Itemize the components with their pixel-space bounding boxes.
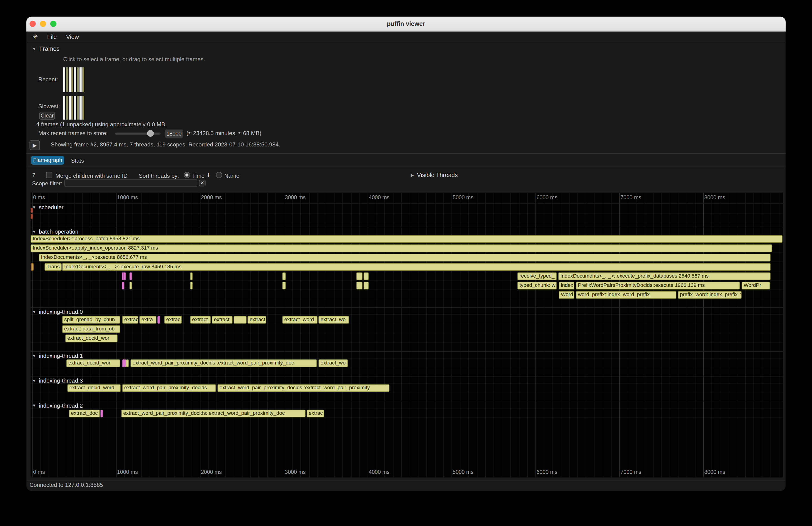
- help-button[interactable]: ?: [32, 172, 35, 178]
- ruler-tick-label: 2000 ms: [201, 194, 222, 201]
- scope-bar[interactable]: [364, 272, 369, 280]
- scope-bar[interactable]: [31, 214, 33, 219]
- scope-bar[interactable]: extract_word_pair_proximity_docids::extr…: [121, 410, 306, 418]
- thread-header-scheduler[interactable]: ▼scheduler: [32, 204, 63, 210]
- sort-time-label[interactable]: Time: [192, 172, 205, 179]
- scope-bar[interactable]: extract_word_pair_proximity_docids::extr…: [130, 360, 317, 367]
- thread-name: indexing-thread:0: [39, 309, 83, 315]
- clear-filter-button[interactable]: ✕: [199, 179, 205, 186]
- scope-bar[interactable]: PrefixWordPairsProximityDocids::execute …: [576, 282, 740, 290]
- tab-stats[interactable]: Stats: [71, 157, 84, 164]
- thread-header-indexing-thread:2[interactable]: ▼indexing-thread:2: [32, 402, 83, 409]
- scope-bar[interactable]: extract_wo: [318, 316, 349, 324]
- slowest-frames-label: Slowest:: [38, 103, 60, 109]
- max-frames-slider-knob[interactable]: [147, 130, 154, 137]
- scope-bar[interactable]: [31, 208, 33, 213]
- scope-bar[interactable]: index: [559, 282, 574, 290]
- scope-bar[interactable]: receive_typed_: [517, 272, 556, 280]
- thread-header-indexing-thread:3[interactable]: ▼indexing-thread:3: [32, 378, 83, 384]
- scope-bar[interactable]: Trans: [44, 263, 62, 271]
- traffic-lights: [29, 20, 56, 27]
- scope-bar[interactable]: extract_doc: [69, 410, 100, 418]
- scope-bar[interactable]: WordPr: [742, 282, 770, 290]
- scope-bar[interactable]: [364, 282, 369, 290]
- play-button[interactable]: ▶: [29, 141, 40, 150]
- scope-bar[interactable]: [356, 282, 362, 290]
- app-window: puffin viewer ✳ File View ▼ Frames Click…: [26, 17, 786, 491]
- row-line: [31, 289, 783, 290]
- scope-bar[interactable]: extrac: [164, 316, 182, 324]
- scope-bar[interactable]: extract_word: [282, 316, 318, 324]
- scope-bar[interactable]: extract_docid_wor: [66, 360, 120, 367]
- ruler-tick-label: 8000 ms: [704, 469, 725, 475]
- scope-bar[interactable]: split_grenad_by_chun: [62, 316, 120, 324]
- scope-bar[interactable]: IndexDocuments<_, _>::execute_prefix_dat…: [558, 272, 770, 280]
- scope-bar[interactable]: IndexScheduler>::apply_index_operation 8…: [31, 245, 772, 252]
- scope-bar[interactable]: Word: [559, 291, 574, 299]
- scope-bar[interactable]: [282, 272, 286, 280]
- scope-bar[interactable]: [234, 316, 247, 324]
- thread-header-indexing-thread:0[interactable]: ▼indexing-thread:0: [32, 309, 83, 315]
- close-window-button[interactable]: [29, 20, 36, 27]
- merge-children-checkbox[interactable]: [46, 172, 53, 178]
- scope-bar[interactable]: extract_word_pair_proximity_docids: [122, 384, 216, 392]
- scope-bar[interactable]: extract_docid_word: [68, 384, 121, 392]
- scope-bar[interactable]: extract_: [212, 316, 232, 324]
- sort-direction-icon[interactable]: ⬇: [206, 172, 211, 179]
- scope-bar[interactable]: [126, 360, 129, 367]
- thread-header-indexing-thread:1[interactable]: ▼indexing-thread:1: [32, 353, 83, 359]
- scope-bar[interactable]: [157, 316, 160, 324]
- scope-bar[interactable]: prefix_word::index_prefix_wo: [678, 291, 742, 299]
- scope-bar[interactable]: extra: [139, 316, 156, 324]
- zoom-window-button[interactable]: [50, 20, 57, 27]
- scope-bar[interactable]: extract_: [122, 316, 138, 324]
- merge-children-label[interactable]: Merge children with same ID: [55, 172, 128, 179]
- scope-bar[interactable]: IndexScheduler>::process_batch 8953.821 …: [31, 235, 783, 243]
- max-frames-value[interactable]: 18000: [165, 130, 183, 138]
- scope-bar[interactable]: [190, 282, 192, 290]
- visible-threads-header[interactable]: ▶ Visible Threads: [411, 172, 458, 178]
- scope-bar[interactable]: IndexDocuments<_, _>::execute_raw 8459.1…: [62, 263, 770, 271]
- scope-bar[interactable]: [31, 263, 33, 271]
- thread-header-batch-operation[interactable]: ▼batch-operation: [32, 229, 78, 235]
- row-line: [31, 223, 783, 223]
- scope-bar[interactable]: extract_word_pair_proximity_docids::extr…: [218, 384, 390, 392]
- collapse-triangle-icon: ▼: [32, 353, 37, 358]
- frames-section-title: Frames: [39, 46, 60, 52]
- sort-name-label[interactable]: Name: [224, 172, 240, 179]
- sort-time-radio[interactable]: [184, 172, 190, 178]
- thread-name: batch-operation: [39, 229, 78, 235]
- scope-filter-input[interactable]: [64, 179, 197, 187]
- scope-bar[interactable]: [130, 282, 132, 290]
- scope-bar[interactable]: [122, 282, 124, 290]
- scope-bar[interactable]: typed_chunk::w: [517, 282, 556, 290]
- scope-bar[interactable]: word_prefix::index_word_prefix_: [576, 291, 677, 299]
- recent-frames-thumbnail[interactable]: [63, 68, 85, 92]
- sort-name-radio[interactable]: [216, 172, 222, 178]
- clear-slowest-button[interactable]: Clear: [39, 112, 55, 120]
- scope-bar[interactable]: extract::data_from_ob: [62, 325, 120, 333]
- frames-section-header[interactable]: ▼ Frames: [32, 46, 60, 52]
- scope-bar[interactable]: extract_docid_wor: [66, 335, 118, 342]
- ruler-tick-label: 0 ms: [33, 194, 45, 201]
- minimize-window-button[interactable]: [40, 20, 46, 27]
- separator: [26, 167, 786, 167]
- scope-bar[interactable]: [123, 272, 126, 280]
- scope-bar[interactable]: extract_: [190, 316, 211, 324]
- scope-bar[interactable]: extrac: [307, 410, 324, 418]
- scope-bar[interactable]: extract: [247, 316, 266, 324]
- ruler-tick-label: 0 ms: [33, 469, 45, 475]
- scope-bar[interactable]: [101, 410, 103, 418]
- scope-bar[interactable]: IndexDocuments<_, _>::execute 8656.677 m…: [39, 254, 771, 262]
- flamegraph-canvas[interactable]: 0 ms0 ms1000 ms1000 ms2000 ms2000 ms3000…: [31, 192, 783, 477]
- scope-bar[interactable]: [130, 272, 132, 280]
- slowest-frames-thumbnail[interactable]: [63, 96, 85, 120]
- scope-bar[interactable]: [190, 272, 192, 280]
- ruler-tick-label: 5000 ms: [453, 194, 474, 201]
- scope-bar[interactable]: [282, 282, 286, 290]
- menu-file[interactable]: File: [47, 33, 57, 40]
- menu-view[interactable]: View: [66, 33, 79, 40]
- scope-bar[interactable]: [356, 272, 362, 280]
- tab-flamegraph[interactable]: Flamegraph: [31, 156, 64, 165]
- scope-bar[interactable]: extract_wo: [318, 360, 348, 367]
